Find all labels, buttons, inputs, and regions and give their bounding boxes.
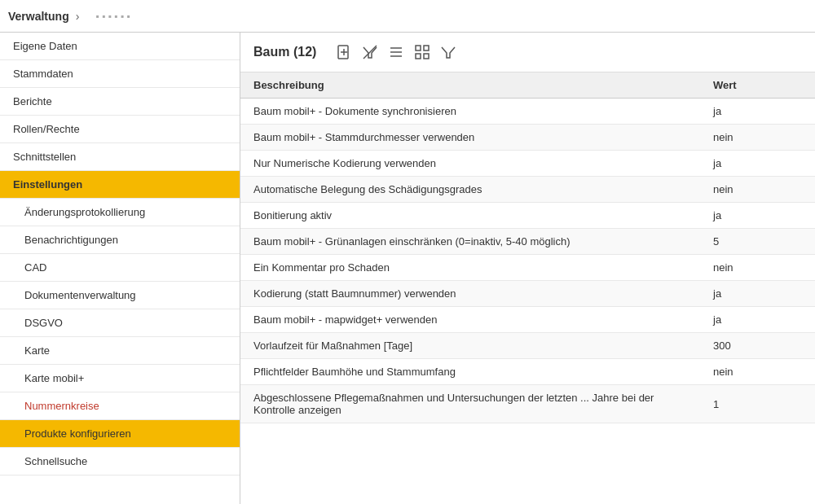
- sidebar-item-stammdaten[interactable]: Stammdaten: [0, 60, 240, 88]
- cell-beschreibung: Nur Numerische Kodierung verwenden: [240, 151, 700, 177]
- cell-beschreibung: Baum mobil+ - Dokumente synchronisieren: [240, 99, 700, 125]
- table-row[interactable]: Baum mobil+ - Stammdurchmesser verwenden…: [240, 125, 815, 151]
- filter-icon[interactable]: [438, 42, 458, 62]
- cell-wert: ja: [700, 281, 815, 307]
- sidebar-item-eigene-daten[interactable]: Eigene Daten: [0, 33, 240, 60]
- toolbar-icons: [334, 42, 458, 62]
- cell-beschreibung: Pflichtfelder Baumhöhe und Stammumfang: [240, 359, 700, 385]
- table-row[interactable]: Baum mobil+ - mapwidget+ verwendenja: [240, 307, 815, 333]
- data-table: Beschreibung Wert Baum mobil+ - Dokument…: [240, 72, 815, 423]
- new-icon[interactable]: [334, 42, 354, 62]
- sidebar-item-rollen-rechte[interactable]: Rollen/Rechte: [0, 116, 240, 143]
- sidebar-item-nummernkreise[interactable]: Nummernkreise: [0, 392, 240, 420]
- cell-beschreibung: Abgeschlossene Pflegemaßnahmen und Unter…: [240, 385, 700, 423]
- table-row[interactable]: Pflichtfelder Baumhöhe und Stammumfangne…: [240, 359, 815, 385]
- table-row[interactable]: Ein Kommentar pro Schadennein: [240, 255, 815, 281]
- cell-beschreibung: Baum mobil+ - Stammdurchmesser verwenden: [240, 125, 700, 151]
- cell-beschreibung: Vorlaufzeit für Maßnahmen [Tage]: [240, 333, 700, 359]
- col-header-wert: Wert: [700, 72, 815, 99]
- sidebar-item-schnellsuche[interactable]: Schnellsuche: [0, 448, 240, 476]
- header-arrow: ›: [76, 10, 80, 23]
- grid-icon[interactable]: [412, 42, 432, 62]
- svg-rect-7: [416, 46, 421, 50]
- svg-rect-10: [424, 54, 429, 59]
- app-header: Verwaltung › ▪ ▪ ▪ ▪ ▪ ▪: [0, 0, 815, 33]
- table-row[interactable]: Baum mobil+ - Dokumente synchronisierenj…: [240, 99, 815, 125]
- header-subtitle: ▪ ▪ ▪ ▪ ▪ ▪: [95, 11, 130, 22]
- table-row[interactable]: Kodierung (statt Baumnummer) verwendenja: [240, 281, 815, 307]
- sidebar-item-cad[interactable]: CAD: [0, 254, 240, 282]
- cell-wert: nein: [700, 125, 815, 151]
- sidebar-item-karte[interactable]: Karte: [0, 337, 240, 365]
- table-row[interactable]: Vorlaufzeit für Maßnahmen [Tage]300: [240, 333, 815, 359]
- sidebar-item-karte-mobil[interactable]: Karte mobil+: [0, 365, 240, 392]
- sidebar-item-dokumentenverwaltung[interactable]: Dokumentenverwaltung: [0, 282, 240, 309]
- svg-line-3: [363, 46, 377, 59]
- table-row[interactable]: Nur Numerische Kodierung verwendenja: [240, 151, 815, 177]
- cell-beschreibung: Bonitierung aktiv: [240, 203, 700, 229]
- cell-beschreibung: Baum mobil+ - mapwidget+ verwenden: [240, 307, 700, 333]
- cell-wert: nein: [700, 177, 815, 203]
- sidebar-item-aenderungsprotokollierung[interactable]: Änderungsprotokollierung: [0, 199, 240, 226]
- svg-rect-8: [424, 46, 429, 50]
- sidebar-item-benachrichtigungen[interactable]: Benachrichtigungen: [0, 226, 240, 254]
- filter-remove-icon[interactable]: [360, 42, 380, 62]
- list-icon[interactable]: [386, 42, 406, 62]
- table-row[interactable]: Abgeschlossene Pflegemaßnahmen und Unter…: [240, 385, 815, 423]
- main-layout: Eigene DatenStammdatenBerichteRollen/Rec…: [0, 33, 815, 504]
- cell-wert: ja: [700, 307, 815, 333]
- table-row[interactable]: Automatische Belegung des Schädigungsgra…: [240, 177, 815, 203]
- cell-beschreibung: Ein Kommentar pro Schaden: [240, 255, 700, 281]
- sidebar-item-schnittstellen[interactable]: Schnittstellen: [0, 143, 240, 171]
- cell-beschreibung: Automatische Belegung des Schädigungsgra…: [240, 177, 700, 203]
- content-area: Baum (12): [240, 33, 815, 504]
- sidebar: Eigene DatenStammdatenBerichteRollen/Rec…: [0, 33, 240, 504]
- sidebar-item-dsgvo[interactable]: DSGVO: [0, 309, 240, 337]
- table-row[interactable]: Baum mobil+ - Grünanlagen einschränken (…: [240, 229, 815, 255]
- cell-beschreibung: Kodierung (statt Baumnummer) verwenden: [240, 281, 700, 307]
- cell-wert: 5: [700, 229, 815, 255]
- cell-wert: 1: [700, 385, 815, 423]
- sidebar-item-einstellungen[interactable]: Einstellungen: [0, 171, 240, 199]
- sidebar-item-berichte[interactable]: Berichte: [0, 88, 240, 116]
- sidebar-item-produkte-konfigurieren[interactable]: Produkte konfigurieren: [0, 420, 240, 448]
- cell-wert: ja: [700, 151, 815, 177]
- cell-wert: nein: [700, 359, 815, 385]
- cell-wert: ja: [700, 99, 815, 125]
- content-header: Baum (12): [240, 33, 815, 72]
- cell-wert: ja: [700, 203, 815, 229]
- col-header-beschreibung: Beschreibung: [240, 72, 700, 99]
- header-title: Verwaltung: [8, 10, 69, 23]
- content-title: Baum (12): [253, 45, 316, 59]
- cell-wert: nein: [700, 255, 815, 281]
- cell-beschreibung: Baum mobil+ - Grünanlagen einschränken (…: [240, 229, 700, 255]
- svg-rect-9: [416, 54, 421, 59]
- table-row[interactable]: Bonitierung aktivja: [240, 203, 815, 229]
- cell-wert: 300: [700, 333, 815, 359]
